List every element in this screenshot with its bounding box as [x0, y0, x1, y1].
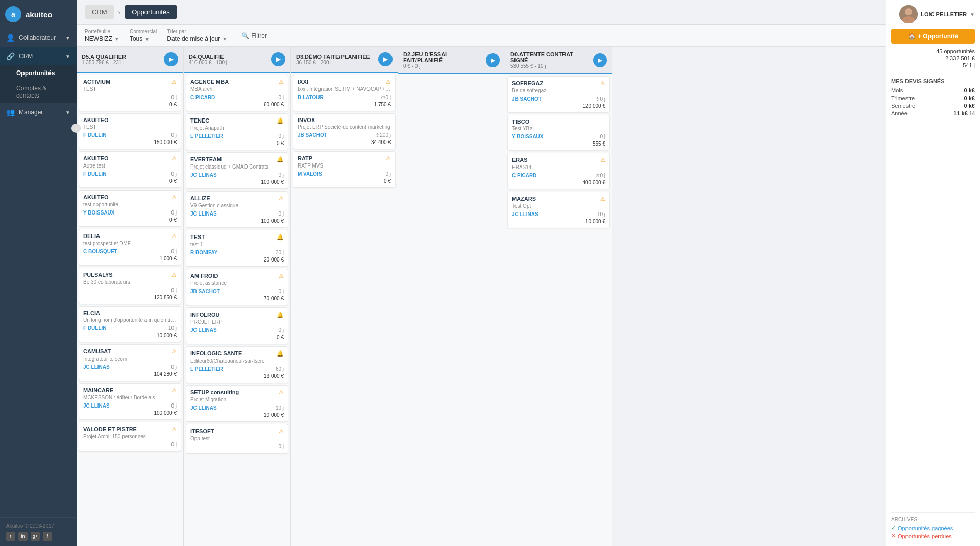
devis-label: Trimestre — [891, 95, 915, 101]
breadcrumb-opportunites[interactable]: Opportunités — [125, 5, 177, 19]
table-row[interactable]: SOFREGAZ ⚠ Be de sofregaz JB SACHOT ⏱0 j… — [507, 76, 610, 113]
sidebar-toggle[interactable]: ‹ — [71, 124, 81, 133]
card-desc: Opp test — [190, 436, 284, 441]
trier-par-filter: Trier par Date de mise à jour ▼ — [167, 29, 227, 42]
person-icon: 👤 — [6, 34, 15, 42]
card-company: MAINCARE — [83, 387, 113, 393]
table-row[interactable]: ALLIZE ⚠ V9 Gestion classique JC LLINAS … — [186, 191, 288, 228]
card-company: SOFREGAZ — [512, 80, 543, 86]
commercial-value: Tous — [130, 35, 142, 42]
breadcrumb-crm[interactable]: CRM — [85, 5, 114, 19]
card-days: 0 j — [278, 94, 284, 100]
chevron-down-icon: ▼ — [114, 36, 119, 42]
table-row[interactable]: RATP ⚠ RATP MVS M VALOIS 0 j 0 € — [293, 151, 396, 188]
table-row[interactable]: INVOX Projet ERP Société de content mark… — [293, 113, 396, 149]
table-row[interactable]: MAINCARE ⚠ MCKESSON : éditeur Bordelais … — [79, 383, 181, 420]
card-company: VALODE ET PISTRE — [83, 426, 137, 432]
warning-icon: ⚠ — [172, 426, 177, 432]
sidebar-item-comptes[interactable]: Comptes & contacts — [0, 81, 77, 103]
card-days: 0 j — [171, 403, 177, 409]
topbar: CRM › Opportunités — [77, 0, 886, 25]
sidebar-item-manager[interactable]: 👥 Manager ▼ — [0, 103, 77, 122]
table-row[interactable]: INFOLOGIC SANTE 🔔 Editeur60/Chateauneuf-… — [186, 346, 288, 383]
table-row[interactable]: INFOLROU 🔔 PROJET ERP JC LLINAS 0 j 0 € — [186, 307, 288, 344]
col-title-d3: D3.DÉMO FAITE/PLANIFIÉE36 150 € - 200 j — [296, 54, 370, 65]
trier-par-select[interactable]: Date de mise à jour ▼ — [167, 35, 227, 42]
svg-point-1 — [905, 8, 912, 15]
card-desc: test prospect et DMF — [83, 241, 177, 246]
archive-link[interactable]: ✓Opportunités gagnées — [891, 525, 975, 531]
play-button-d4[interactable]: ▶ — [271, 52, 285, 66]
card-person: M VALOIS — [298, 171, 322, 177]
card-meta: 0 j — [171, 248, 177, 255]
table-row[interactable]: IXXI ⚠ Ixxi : Intégration SETIM + NAVOCA… — [293, 75, 396, 111]
card-company: ERAS — [512, 157, 528, 163]
devis-value: 0 k€ — [964, 87, 975, 93]
table-row[interactable]: AKUITEO ⚠ Autre test F DULLIN 0 j 0 € — [79, 151, 181, 188]
card-company: ELCIA — [83, 310, 100, 316]
play-button-d3[interactable]: ▶ — [378, 52, 393, 66]
play-button-d2[interactable]: ▶ — [486, 53, 500, 67]
card-desc: Test YBX — [512, 126, 605, 131]
portefeuille-select[interactable]: NEWBIZZ ▼ — [85, 35, 119, 42]
sidebar-item-collaborateur[interactable]: 👤 Collaborateur ▼ — [0, 29, 77, 47]
warning-icon: ⚠ — [386, 79, 391, 85]
table-row[interactable]: PULSALYS ⚠ Be 30 collaborateurs 0 j 120 … — [79, 268, 181, 304]
card-person: JC LLINAS — [190, 211, 217, 217]
card-icon: ⚠ — [386, 155, 391, 162]
table-row[interactable]: SETUP consulting ⚠ Projet Migration JC L… — [186, 385, 288, 422]
cards-container-d4: AGENCE MBA ⚠ MBA archi C PICARD 0 j 60 0… — [184, 73, 290, 546]
table-row[interactable]: CAMUSAT ⚠ Intégrateur télécom JC LLINAS … — [79, 344, 181, 381]
table-row[interactable]: ITESOFT ⚠ Opp test 0 j — [186, 424, 288, 454]
card-person: JC LLINAS — [512, 211, 538, 217]
filter-button[interactable]: 🔍 Filtrer — [237, 30, 271, 41]
add-opportunity-button[interactable]: 🏠 + Opportunité — [891, 29, 975, 44]
plus-icon: 🏠 — [908, 33, 916, 40]
linkedin-icon[interactable]: in — [18, 532, 28, 541]
card-desc: MBA archi — [190, 86, 284, 92]
devis-row: Semestre0 k€ — [891, 103, 975, 109]
table-row[interactable]: EVERTEAM 🔔 Projet classique + GMAO Contr… — [186, 152, 288, 189]
table-row[interactable]: ACTIVIUM ⚠ TEST 0 j 0 € — [79, 75, 181, 111]
user-dropdown-icon[interactable]: ▼ — [970, 12, 975, 17]
total-opps: 45 opportunités — [891, 48, 975, 54]
sidebar-label-crm: CRM — [19, 53, 33, 60]
table-row[interactable]: TIBCO Test YBX Y BOISSAUX 0 j 555 € — [507, 115, 610, 151]
devis-label: Mois — [891, 87, 903, 93]
facebook-icon[interactable]: f — [43, 532, 52, 541]
play-button-d0[interactable]: ▶ — [593, 53, 607, 67]
card-days: 0 j — [171, 132, 177, 138]
table-row[interactable]: TEST 🔔 test 1 R BONIFAY 30 j 20 000 € — [186, 230, 288, 267]
table-row[interactable]: AKUITEO ⚠ test opportunité Y BOISSAUX 0 … — [79, 190, 181, 227]
table-row[interactable]: ERAS ⚠ ERAS14 C PICARD ⏱0 j 400 000 € — [507, 153, 610, 189]
chevron-down-icon: ▼ — [65, 110, 70, 115]
card-company: SETUP consulting — [190, 389, 239, 395]
cards-container-d0: SOFREGAZ ⚠ Be de sofregaz JB SACHOT ⏱0 j… — [505, 74, 612, 546]
card-desc: V9 Gestion classique — [190, 203, 284, 208]
table-row[interactable]: TENEC 🔔 Projet Anapath L PELLETIER 0 j 0… — [186, 113, 288, 150]
table-row[interactable]: ELCIA Un long nom d'opportunité afin qu'… — [79, 306, 181, 342]
archive-link[interactable]: ✕Opportunités perdues — [891, 533, 975, 539]
commercial-select[interactable]: Tous ▼ — [130, 35, 157, 42]
twitter-icon[interactable]: t — [6, 532, 15, 541]
sidebar-item-crm[interactable]: 🔗 CRM ▼ — [0, 47, 77, 65]
card-meta: 10 j — [276, 404, 284, 411]
kanban-col-d3: D3.DÉMO FAITE/PLANIFIÉE36 150 € - 200 j▶… — [291, 47, 398, 546]
card-desc: test 1 — [190, 242, 284, 247]
card-days: 30 j — [276, 250, 284, 255]
table-row[interactable]: VALODE ET PISTRE ⚠ Projet Archi: 150 per… — [79, 422, 181, 452]
card-meta: ⏱0 j — [595, 95, 605, 102]
card-company: PULSALYS — [83, 272, 113, 278]
play-button-d5a[interactable]: ▶ — [164, 52, 178, 66]
alert-icon: 🔔 — [277, 350, 284, 357]
table-row[interactable]: AGENCE MBA ⚠ MBA archi C PICARD 0 j 60 0… — [186, 75, 288, 111]
googleplus-icon[interactable]: g+ — [31, 532, 40, 541]
table-row[interactable]: MAZARS ⚠ Test Opt JC LLINAS 10 j 10 000 … — [507, 192, 610, 228]
kanban-col-d4: D4.QUALIFIÉ410 000 € - 100 j▶ AGENCE MBA… — [184, 47, 291, 546]
card-amount: 0 € — [277, 335, 284, 340]
card-icon: ⚠ — [172, 425, 177, 433]
table-row[interactable]: DELIA ⚠ test prospect et DMF C BOUSQUET … — [79, 229, 181, 266]
table-row[interactable]: AKUITEO TEST F DULLIN 0 j 150 000 € — [79, 113, 181, 149]
sidebar-item-opportunites[interactable]: Opportunités — [0, 65, 77, 81]
table-row[interactable]: AM FROID ⚠ Projet asistance JB SACHOT 0 … — [186, 269, 288, 305]
